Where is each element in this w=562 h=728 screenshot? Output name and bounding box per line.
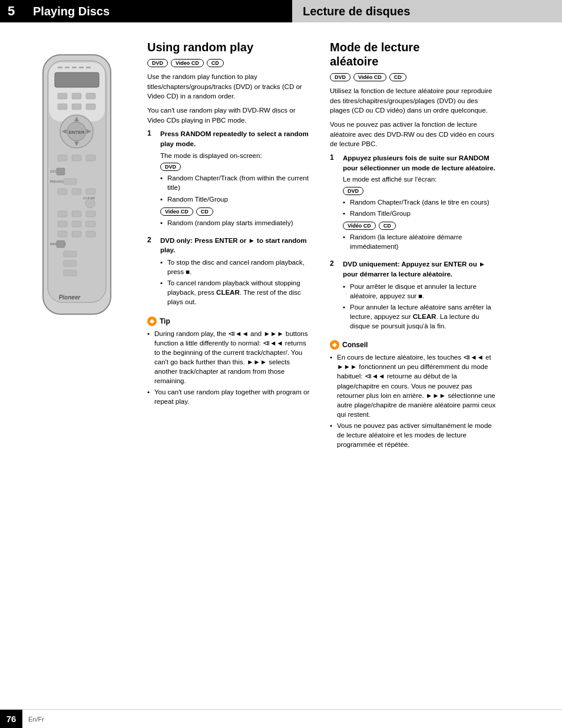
page-header: 5 Playing Discs Lecture de disques <box>0 0 562 22</box>
tip-icon-fr: ◆ <box>330 340 339 350</box>
step1-cd-badges-fr: Vidéo CD CD <box>343 222 496 230</box>
french-step1: 1 Appuyez plusieurs fois de suite sur RA… <box>330 153 496 255</box>
english-intro2: You can't use random play with DVD-RW di… <box>147 106 313 125</box>
svg-rect-37 <box>58 221 67 227</box>
badge-cd-fr: CD <box>389 73 406 81</box>
footer-language: En/Fr <box>22 716 44 723</box>
step1-badge-videocd-en: Video CD <box>160 207 193 216</box>
page-number-footer: 76 <box>0 710 22 729</box>
step1-badge-dvd-en: DVD <box>160 163 181 171</box>
svg-rect-3 <box>58 67 62 68</box>
svg-rect-31 <box>86 189 95 195</box>
page-number-header: 5 <box>0 0 22 22</box>
step1-cd-badges-en: Video CD CD <box>160 207 313 216</box>
step1-dvd-badge-en: DVD <box>160 163 313 171</box>
tip-bullets-fr: En cours de lecture aléatoire, les touch… <box>330 353 496 449</box>
svg-rect-40 <box>58 231 67 237</box>
svg-rect-12 <box>58 104 67 110</box>
step1-cd-bullet1-fr: Random (la lecture aléatoire démarre imm… <box>343 232 496 251</box>
french-title: Mode de lecturealéatoire <box>330 40 496 68</box>
english-title: Using random play <box>147 40 313 54</box>
english-step2: 2 DVD only: Press ENTER or ► to start ra… <box>147 236 313 311</box>
step1-dvd-bullet2-en: Random Title/Group <box>160 195 313 204</box>
step2-num-fr: 2 <box>330 259 338 334</box>
svg-rect-29 <box>58 189 67 195</box>
english-intro1: Use the random play function to play tit… <box>147 72 313 101</box>
header-title-french: Lecture de disques <box>292 0 562 22</box>
tip-bullets-en: During random play, the ⧏◄◄ and ►►► butt… <box>147 329 313 407</box>
main-content: ENTER STOP PREVIOUS NEXT CLEAR <box>0 22 562 470</box>
svg-rect-47 <box>64 270 77 276</box>
tip-title-en: ◆ Tip <box>147 317 313 326</box>
step1-dvd-bullet1-fr: Random Chapter/Track (dans le titre en c… <box>343 197 496 207</box>
svg-rect-6 <box>79 67 84 68</box>
step1-heading-fr: Appuyez plusieurs fois de suite sur RAND… <box>343 153 496 173</box>
step1-badge-dvd-fr: DVD <box>343 187 363 195</box>
svg-rect-46 <box>64 261 77 266</box>
step2-content-fr: DVD uniquement: Appuyez sur ENTER ou ► p… <box>343 259 496 334</box>
step1-badge-cd-en: CD <box>196 207 213 216</box>
remote-image-area: ENTER STOP PREVIOUS NEXT CLEAR <box>0 34 141 459</box>
badge-videocd-en: Video CD <box>171 59 204 67</box>
step2-bullet1-fr: Pour arrêter le disque et annuler la lec… <box>343 282 496 301</box>
svg-rect-13 <box>72 104 81 110</box>
tip-bullet2-en: You can't use random play together with … <box>147 387 313 406</box>
svg-rect-26 <box>57 168 65 175</box>
svg-rect-35 <box>72 211 81 217</box>
svg-text:ENTER: ENTER <box>68 130 84 135</box>
english-step1: 1 Press RANDOM repeatedly to select a ra… <box>147 129 313 230</box>
svg-rect-9 <box>58 93 67 99</box>
svg-rect-2 <box>49 62 105 121</box>
svg-rect-41 <box>72 231 81 237</box>
french-step2: 2 DVD uniquement: Appuyez sur ENTER ou ►… <box>330 259 496 334</box>
step2-bullets-en: To stop the disc and cancel random playb… <box>160 258 313 307</box>
svg-rect-36 <box>86 211 95 217</box>
svg-rect-4 <box>65 67 70 68</box>
svg-rect-7 <box>86 67 91 68</box>
step1-dvd-bullets-fr: Random Chapter/Track (dans le titre en c… <box>343 197 496 218</box>
french-intro2: Vous ne pouvez pas activer la fonction d… <box>330 120 496 149</box>
french-badge-row: DVD Vidéo CD CD <box>330 73 496 81</box>
page-footer: 76 En/Fr <box>0 709 562 728</box>
badge-dvd-en: DVD <box>147 59 168 67</box>
step1-sub-en: The mode is displayed on-screen: <box>160 151 313 161</box>
step2-heading-fr: DVD uniquement: Appuyez sur ENTER ou ► p… <box>343 259 496 279</box>
french-intro1: Utilisez la fonction de lecture aléatoir… <box>330 86 496 116</box>
svg-point-33 <box>85 199 95 208</box>
step1-dvd-bullet1-en: Random Chapter/Track (from within the cu… <box>160 173 313 192</box>
remote-control-image: ENTER STOP PREVIOUS NEXT CLEAR <box>31 52 123 335</box>
step1-cd-bullets-en: Random (random play starts immediately) <box>160 218 313 228</box>
step1-cd-bullets-fr: Random (la lecture aléatoire démarre imm… <box>343 232 496 251</box>
step2-heading-en: DVD only: Press ENTER or ► to start rand… <box>160 236 313 255</box>
svg-rect-44 <box>57 241 65 248</box>
svg-rect-42 <box>86 231 95 237</box>
step1-num-en: 1 <box>147 129 156 230</box>
step2-bullets-fr: Pour arrêter le disque et annuler la lec… <box>343 282 496 331</box>
svg-rect-22 <box>58 155 67 161</box>
svg-rect-14 <box>86 104 95 110</box>
tip-title-fr: ◆ Conseil <box>330 340 496 350</box>
tip-bullet2-fr: Vous ne pouvez pas activer simultanément… <box>330 421 496 449</box>
svg-rect-10 <box>72 93 81 99</box>
step2-content-en: DVD only: Press ENTER or ► to start rand… <box>160 236 313 311</box>
svg-rect-5 <box>72 67 77 68</box>
svg-rect-24 <box>86 155 95 161</box>
step1-heading-en: Press RANDOM repeatedly to select a rand… <box>160 129 313 149</box>
french-column: Mode de lecturealéatoire DVD Vidéo CD CD… <box>324 34 507 459</box>
english-column: Using random play DVD Video CD CD Use th… <box>141 34 324 459</box>
svg-rect-8 <box>55 73 99 87</box>
step2-bullet1-en: To stop the disc and cancel random playb… <box>160 258 313 276</box>
tip-bullet1-fr: En cours de lecture aléatoire, les touch… <box>330 353 496 419</box>
step2-bullet2-fr: Pour annuler la lecture aléatoire sans a… <box>343 302 496 331</box>
step1-num-fr: 1 <box>330 153 338 255</box>
svg-rect-45 <box>64 251 77 257</box>
svg-rect-11 <box>86 93 95 99</box>
svg-rect-34 <box>58 211 67 217</box>
tip-icon-en: ◆ <box>147 317 157 326</box>
step1-dvd-bullets-en: Random Chapter/Track (from within the cu… <box>160 173 313 203</box>
step2-num-en: 2 <box>147 236 156 311</box>
svg-rect-30 <box>72 189 81 195</box>
svg-text:Pioneer: Pioneer <box>58 294 81 301</box>
svg-rect-38 <box>72 221 81 227</box>
badge-dvd-fr: DVD <box>330 73 351 81</box>
